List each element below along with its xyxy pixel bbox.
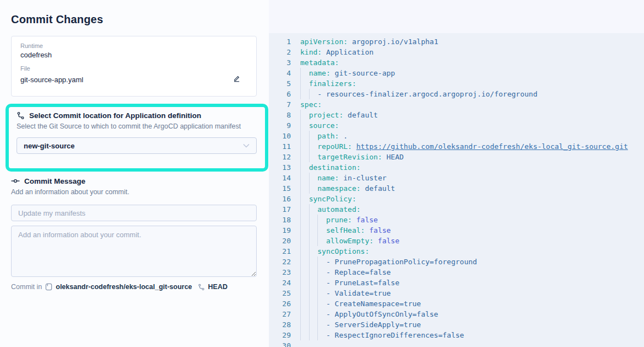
code-line: 14name: in-cluster: [269, 173, 644, 183]
indent-guide: [300, 204, 301, 215]
indent-guide: [309, 277, 310, 288]
code-line: 4name: git-source-app: [269, 68, 644, 78]
indent-guide: [300, 131, 301, 141]
line-number: 24: [269, 277, 291, 288]
code-token: prune:: [326, 216, 352, 224]
indent-guide: [300, 78, 301, 89]
indent-guide: [309, 89, 310, 99]
code-line: 2kind: Application: [269, 47, 644, 57]
line-number: 13: [269, 162, 291, 173]
code-token: in-cluster: [339, 174, 386, 182]
code-line: 28- ServerSideApply=true: [269, 319, 644, 330]
code-line: 11repoURL: https://github.com/oleksandr-…: [269, 141, 644, 152]
pencil-icon: [232, 74, 241, 83]
indent-guide: [317, 215, 318, 225]
code-line: 1apiVersion: argoproj.io/v1alpha1: [269, 36, 644, 47]
line-number: 9: [269, 120, 291, 131]
indent-guide: [309, 288, 310, 298]
line-number: 28: [269, 319, 291, 330]
line-number: 27: [269, 309, 291, 319]
code-token: argoproj.io/v1alpha1: [348, 38, 438, 46]
indent-guide: [300, 288, 301, 298]
indent-guide: [309, 319, 310, 330]
indent-guide: [309, 131, 310, 141]
indent-guide: [300, 194, 301, 204]
file-label: File: [20, 65, 247, 72]
commit-message-title: Commit Message: [24, 177, 85, 185]
line-number: 22: [269, 257, 291, 267]
runtime-file-card: Runtime codefresh File git-source-app.ya…: [11, 36, 257, 97]
commit-summary-input[interactable]: [11, 205, 257, 221]
indent-guide: [309, 309, 310, 319]
code-line: 8project: default: [269, 110, 644, 120]
indent-guide: [300, 309, 301, 319]
commit-in-label: Commit in: [11, 283, 42, 291]
code-token: - PruneLast=false: [326, 279, 399, 287]
git-source-select[interactable]: new-git-source: [17, 137, 257, 154]
line-number: 23: [269, 267, 291, 277]
code-line: 29- RespectIgnoreDifferences=false: [269, 330, 644, 340]
indent-guide: [309, 246, 310, 257]
line-number: 5: [269, 78, 291, 89]
indent-guide: [300, 89, 301, 99]
line-number: 3: [269, 57, 291, 68]
indent-guide: [317, 267, 318, 277]
indent-guide: [300, 246, 301, 257]
git-branch-icon: [17, 111, 25, 120]
indent-guide: [309, 236, 310, 246]
line-number: 12: [269, 152, 291, 162]
indent-guide: [300, 183, 301, 194]
code-token: source:: [309, 121, 339, 130]
code-line: 18prune: false: [269, 215, 644, 225]
code-token: - Replace=false: [326, 268, 391, 276]
line-number: 16: [269, 194, 291, 204]
code-token: false: [374, 237, 399, 245]
code-token: false: [365, 226, 391, 234]
line-number: 8: [269, 110, 291, 120]
code-line: 22- PrunePropagationPolicy=foreground: [269, 257, 644, 267]
edit-file-button[interactable]: [231, 73, 242, 86]
indent-guide: [309, 298, 310, 309]
code-line: 27- ApplyOutOfSyncOnly=false: [269, 309, 644, 319]
line-number: 15: [269, 183, 291, 194]
line-number: 19: [269, 225, 291, 236]
indent-guide: [309, 141, 310, 152]
indent-guide: [300, 225, 301, 236]
code-token: selfHeal:: [326, 226, 365, 234]
line-number: 18: [269, 215, 291, 225]
line-number: 29: [269, 330, 291, 340]
code-line: 9source:: [269, 120, 644, 131]
line-number: 6: [269, 89, 291, 99]
indent-guide: [317, 319, 318, 330]
code-token: git-source-app: [331, 69, 395, 77]
code-token: targetRevision:: [317, 153, 382, 161]
repo-url-link[interactable]: https://github.com/oleksandr-codefresh/e…: [356, 142, 628, 151]
page-title: Commit Changes: [11, 13, 103, 26]
code-token: [352, 142, 356, 151]
indent-guide: [309, 215, 310, 225]
code-line: 26- CreateNamespace=true: [269, 298, 644, 309]
runtime-value: codefresh: [20, 51, 247, 59]
line-number: 14: [269, 173, 291, 183]
indent-guide: [317, 298, 318, 309]
code-token: default: [343, 111, 378, 119]
code-line: 19selfHeal: false: [269, 225, 644, 236]
line-number: 17: [269, 204, 291, 215]
indent-guide: [317, 330, 318, 340]
code-line: 21syncOptions:: [269, 246, 644, 257]
indent-guide: [300, 120, 301, 131]
code-line: 7spec:: [269, 99, 644, 110]
code-token: destination:: [309, 163, 361, 172]
code-line: 10path: .: [269, 131, 644, 141]
line-number: 20: [269, 236, 291, 246]
code-line: 25- Validate=true: [269, 288, 644, 298]
indent-guide: [300, 298, 301, 309]
code-token: name:: [309, 69, 331, 77]
line-number: 4: [269, 68, 291, 78]
line-number: 10: [269, 131, 291, 141]
yaml-editor[interactable]: 1apiVersion: argoproj.io/v1alpha12kind: …: [269, 33, 644, 347]
indent-guide: [317, 236, 318, 246]
commit-description-textarea[interactable]: [11, 226, 257, 277]
indent-guide: [309, 330, 310, 340]
indent-guide: [309, 173, 310, 183]
